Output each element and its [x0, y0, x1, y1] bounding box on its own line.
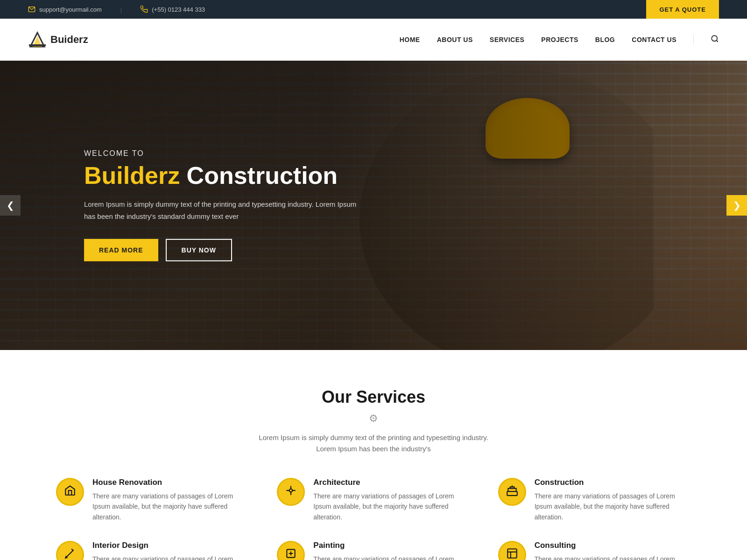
service-item-design: Interior Design There are many variation…	[56, 541, 249, 560]
email-text: support@yourmail.com	[39, 6, 102, 13]
svg-rect-11	[507, 491, 517, 496]
service-name-house: House Renovation	[92, 478, 249, 487]
svg-line-5	[716, 40, 718, 42]
svg-rect-3	[29, 44, 46, 46]
service-item-construction: Construction There are many variations o…	[498, 478, 691, 522]
svg-line-13	[66, 550, 73, 557]
service-name-consulting: Consulting	[535, 541, 691, 550]
hero-buttons: READ MORE BUY NOW	[84, 239, 364, 261]
services-subtitle-line2: Lorem Ipsum has been the industry's	[56, 443, 691, 455]
service-icon-wrap-consulting	[498, 541, 526, 560]
buy-now-button[interactable]: BUY NOW	[166, 239, 232, 261]
hero-next-button[interactable]: ❯	[726, 195, 747, 216]
read-more-button[interactable]: READ MORE	[84, 239, 158, 261]
main-nav: HOME ABOUT US SERVICES PROJECTS BLOG CON…	[400, 35, 719, 45]
top-bar-contact-info: support@yourmail.com | (+55) 0123 444 33…	[28, 6, 205, 13]
service-name-construction: Construction	[535, 478, 691, 487]
services-divider: ⚙	[56, 413, 691, 425]
service-content-wrench: Architecture There are many variations o…	[313, 478, 470, 522]
service-desc-construction: There are many variations of passages of…	[535, 491, 691, 522]
get-quote-button[interactable]: GET A QUOTE	[646, 0, 719, 19]
envelope-icon	[28, 6, 35, 13]
svg-point-6	[289, 489, 293, 492]
logo-icon	[28, 30, 47, 49]
service-item-paint: Painting There are many variations of pa…	[277, 541, 470, 560]
nav-divider	[693, 35, 694, 44]
nav-item-services[interactable]: SERVICES	[490, 36, 525, 43]
service-icon-wrap-design	[56, 541, 84, 560]
service-desc-design: There are many variations of passages of…	[92, 554, 249, 560]
services-section: Our Services ⚙ Lorem Ipsum is simply dum…	[0, 350, 747, 560]
hero-title-highlight: Builderz	[84, 162, 180, 189]
services-title: Our Services	[56, 387, 691, 407]
service-icon-wrench	[285, 484, 297, 499]
service-item-wrench: Architecture There are many variations o…	[277, 478, 470, 522]
svg-point-4	[712, 35, 717, 41]
hero-description: Lorem Ipsum is simply dummy text of the …	[84, 198, 364, 222]
services-header: Our Services ⚙ Lorem Ipsum is simply dum…	[56, 387, 691, 455]
hero-welcome-text: WELCOME TO	[84, 149, 364, 158]
service-content-house: House Renovation There are many variatio…	[92, 478, 249, 522]
header: Buiderz HOME ABOUT US SERVICES PROJECTS …	[0, 19, 747, 61]
nav-item-contact[interactable]: CONTACT US	[632, 36, 677, 43]
services-subtitle-line1: Lorem Ipsum is simply dummy text of the …	[56, 432, 691, 443]
hero-section: ❮ WELCOME TO Builderz Construction Lorem…	[0, 61, 747, 350]
service-desc-consulting: There are many variations of passages of…	[535, 554, 691, 560]
nav-item-projects[interactable]: PROJECTS	[541, 36, 578, 43]
email-info: support@yourmail.com	[28, 6, 102, 13]
service-content-design: Interior Design There are many variation…	[92, 541, 249, 560]
service-name-design: Interior Design	[92, 541, 249, 550]
phone-icon	[141, 6, 148, 13]
hero-prev-button[interactable]: ❮	[0, 195, 21, 216]
hero-title: Builderz Construction	[84, 162, 364, 189]
service-name-wrench: Architecture	[313, 478, 470, 487]
service-icon-design	[64, 547, 76, 560]
nav-item-blog[interactable]: BLOG	[595, 36, 615, 43]
service-content-construction: Construction There are many variations o…	[535, 478, 691, 522]
service-desc-paint: There are many variations of passages of…	[313, 554, 470, 560]
service-desc-house: There are many variations of passages of…	[92, 491, 249, 522]
logo[interactable]: Buiderz	[28, 30, 88, 49]
divider: |	[120, 6, 122, 13]
nav-item-about[interactable]: ABOUT US	[437, 36, 473, 43]
divider-icon: ⚙	[369, 413, 378, 425]
logo-text: Buiderz	[50, 34, 88, 46]
service-name-paint: Painting	[313, 541, 470, 550]
phone-info: (+55) 0123 444 333	[141, 6, 205, 13]
service-icon-wrap-construction	[498, 478, 526, 506]
service-item-house: House Renovation There are many variatio…	[56, 478, 249, 522]
service-icon-consulting	[506, 547, 518, 560]
service-desc-wrench: There are many variations of passages of…	[313, 491, 470, 522]
service-icon-wrap-wrench	[277, 478, 305, 506]
service-icon-paint	[285, 547, 297, 560]
hero-title-rest: Construction	[180, 162, 338, 189]
service-icon-wrap-house	[56, 478, 84, 506]
service-icon-wrap-paint	[277, 541, 305, 560]
service-item-consulting: Consulting There are many variations of …	[498, 541, 691, 560]
search-icon[interactable]	[711, 35, 719, 45]
phone-text: (+55) 0123 444 333	[152, 6, 205, 13]
service-content-paint: Painting There are many variations of pa…	[313, 541, 470, 560]
hero-content: WELCOME TO Builderz Construction Lorem I…	[84, 149, 364, 261]
service-icon-house	[64, 484, 76, 499]
services-grid: House Renovation There are many variatio…	[56, 478, 691, 560]
svg-rect-14	[507, 549, 517, 558]
nav-item-home[interactable]: HOME	[400, 36, 420, 43]
service-content-consulting: Consulting There are many variations of …	[535, 541, 691, 560]
service-icon-construction	[506, 484, 518, 499]
top-bar: support@yourmail.com | (+55) 0123 444 33…	[0, 0, 747, 19]
